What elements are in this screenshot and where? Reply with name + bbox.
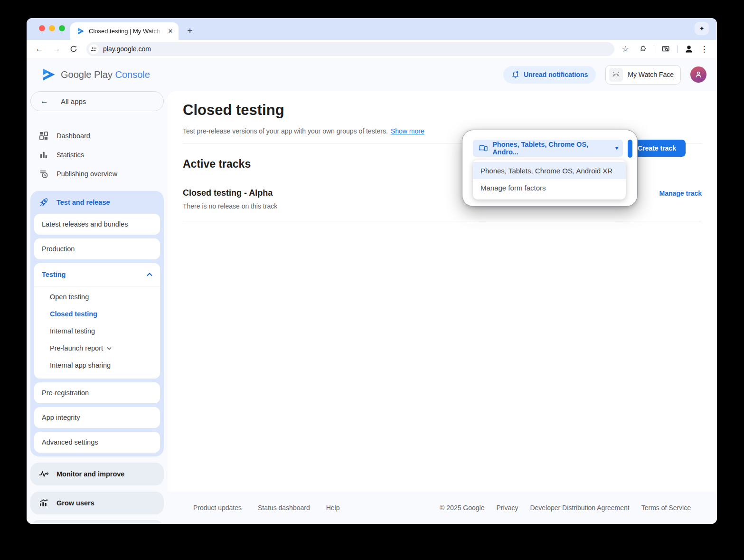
notification-bell-icon	[511, 70, 519, 79]
toolbar-actions: ☆	[619, 43, 710, 55]
device-form-factors-icon	[479, 144, 488, 152]
grow-users-label: Grow users	[57, 499, 94, 507]
sidebar-item-testing[interactable]: Testing	[34, 263, 160, 286]
sidebar-item-latest-releases[interactable]: Latest releases and bundles	[34, 214, 160, 235]
sidebar-item-grow-users[interactable]: Grow users	[30, 492, 164, 514]
menu-item-phones-tablets[interactable]: Phones, Tablets, Chrome OS, Android XR	[473, 162, 626, 179]
sidebar-item-internal-testing[interactable]: Internal testing	[34, 323, 160, 340]
maximize-window-button[interactable]	[59, 25, 65, 31]
bookmark-star-icon[interactable]: ☆	[619, 43, 631, 55]
pre-registration-label: Pre-registration	[42, 389, 89, 397]
internal-testing-label: Internal testing	[50, 327, 95, 335]
browser-tabstrip: Closed testing | My Watch Fac ✕ + ✦	[27, 18, 717, 40]
extensions-puzzle-icon[interactable]	[636, 43, 649, 55]
test-and-release-section: Test and release Latest releases and bun…	[30, 191, 164, 456]
sidebar-item-pre-registration[interactable]: Pre-registration	[34, 382, 160, 403]
pre-launch-report-label: Pre-launch report	[50, 344, 103, 352]
test-and-release-label: Test and release	[57, 199, 110, 206]
close-window-button[interactable]	[39, 25, 45, 31]
tab-title: Closed testing | My Watch Fac	[89, 28, 162, 35]
internal-app-sharing-label: Internal app sharing	[50, 361, 111, 369]
app-selector-chip[interactable]: My Watch Face	[605, 65, 681, 85]
pulse-icon	[39, 471, 48, 477]
monitor-and-improve-label: Monitor and improve	[57, 470, 124, 478]
play-console-app: Google Play Console Unread notifications	[27, 58, 717, 524]
form-factor-select[interactable]: Phones, Tablets, Chrome OS, Andro... ▾	[473, 140, 623, 157]
profile-avatar-icon[interactable]	[683, 43, 695, 55]
sidebar-item-open-testing[interactable]: Open testing	[34, 288, 160, 305]
sidebar-item-publishing-overview[interactable]: Publishing overview	[30, 164, 164, 183]
notifications-label: Unread notifications	[524, 71, 588, 78]
sidebar-item-label: Statistics	[57, 151, 84, 159]
show-more-link[interactable]: Show more	[391, 127, 424, 135]
reload-icon[interactable]	[67, 43, 80, 55]
app-integrity-label: App integrity	[42, 414, 80, 421]
browser-menu-kebab-icon[interactable]: ⋮	[698, 43, 710, 55]
site-settings-icon[interactable]	[89, 44, 99, 54]
toolbar-separator	[654, 45, 654, 53]
toolbar-separator	[677, 45, 678, 53]
sidebar: ← All apps Dashboard	[27, 91, 168, 524]
footer-link-help[interactable]: Help	[326, 504, 340, 512]
url-text[interactable]: play.google.com	[103, 45, 151, 53]
sidebar-item-label: Publishing overview	[57, 170, 117, 178]
browser-tab[interactable]: Closed testing | My Watch Fac ✕	[70, 22, 179, 40]
forward-icon: →	[50, 43, 63, 55]
testing-label: Testing	[42, 271, 66, 278]
footer-link-privacy[interactable]: Privacy	[497, 504, 518, 512]
footer-link-dda[interactable]: Developer Distribution Agreement	[530, 504, 629, 512]
minimize-window-button[interactable]	[49, 25, 55, 31]
sidebar-item-pre-launch-report[interactable]: Pre-launch report	[34, 340, 160, 357]
sparkle-icon[interactable]: ✦	[695, 22, 709, 35]
chevron-down-icon	[107, 347, 112, 350]
logo-text: Google Play Console	[61, 69, 150, 80]
all-apps-button[interactable]: ← All apps	[30, 91, 164, 111]
copyright-text: © 2025 Google	[440, 504, 484, 512]
chevron-up-icon	[147, 273, 152, 276]
new-tab-button[interactable]: +	[183, 24, 197, 38]
sidebar-item-statistics[interactable]: Statistics	[30, 145, 164, 164]
sidebar-item-closed-testing[interactable]: Closed testing	[34, 305, 160, 323]
footer-link-product-updates[interactable]: Product updates	[193, 504, 242, 512]
play-console-favicon	[77, 27, 85, 35]
manage-track-link[interactable]: Manage track	[659, 190, 702, 197]
page-title: Closed testing	[183, 102, 702, 119]
sidebar-item-app-integrity[interactable]: App integrity	[34, 407, 160, 428]
sidebar-item-monitor-and-improve[interactable]: Monitor and improve	[30, 463, 164, 485]
sidebar-item-production[interactable]: Production	[34, 238, 160, 259]
unread-notifications-button[interactable]: Unread notifications	[503, 66, 596, 84]
form-factor-selected-value: Phones, Tablets, Chrome OS, Andro...	[492, 141, 611, 156]
account-avatar[interactable]	[690, 66, 706, 83]
sidebar-item-advanced-settings[interactable]: Advanced settings	[34, 432, 160, 453]
side-panel-search-icon[interactable]	[659, 43, 672, 55]
current-app-name: My Watch Face	[628, 71, 674, 78]
sidebar-item-internal-app-sharing[interactable]: Internal app sharing	[34, 357, 160, 374]
closed-testing-label: Closed testing	[50, 310, 97, 318]
statistics-icon	[39, 151, 48, 159]
caret-down-icon: ▾	[615, 145, 618, 152]
window-controls	[39, 25, 65, 31]
description-text: Test pre-release versions of your app wi…	[183, 127, 388, 135]
tab-close-icon[interactable]: ✕	[166, 27, 175, 36]
sidebar-item-test-and-release[interactable]: Test and release	[30, 191, 164, 214]
back-icon[interactable]: ←	[33, 43, 46, 55]
dashboard-icon	[39, 132, 48, 140]
back-arrow-icon: ←	[40, 96, 48, 106]
create-track-button-sliver	[628, 140, 632, 158]
sidebar-section-partial[interactable]	[30, 520, 164, 524]
form-factor-menu: Phones, Tablets, Chrome OS, Android XR M…	[473, 160, 626, 199]
footer-link-tos[interactable]: Terms of Service	[641, 504, 691, 512]
browser-window: Closed testing | My Watch Fac ✕ + ✦ ← →	[27, 18, 717, 524]
rocket-icon	[39, 198, 48, 207]
sidebar-item-label: Dashboard	[57, 132, 90, 140]
publishing-overview-icon	[39, 170, 48, 179]
sidebar-item-dashboard[interactable]: Dashboard	[30, 126, 164, 145]
address-bar[interactable]: play.google.com	[86, 42, 614, 56]
latest-releases-label: Latest releases and bundles	[42, 220, 128, 228]
google-play-console-logo[interactable]: Google Play Console	[42, 67, 150, 82]
form-factor-dropdown-overlay: Phones, Tablets, Chrome OS, Andro... ▾ P…	[462, 130, 638, 207]
menu-item-manage-form-factors[interactable]: Manage form factors	[473, 179, 626, 196]
play-logo-icon	[42, 67, 56, 82]
divider	[183, 221, 702, 221]
footer-link-status-dashboard[interactable]: Status dashboard	[258, 504, 310, 512]
